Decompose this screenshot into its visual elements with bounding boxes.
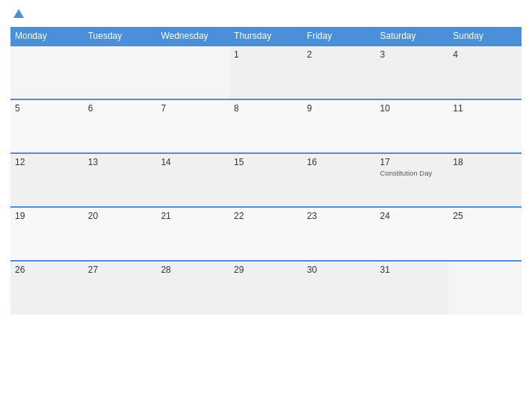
day-number: 17 xyxy=(380,157,445,167)
calendar-cell: 29 xyxy=(229,261,303,315)
day-number: 22 xyxy=(234,211,298,221)
calendar-cell: 30 xyxy=(303,261,376,315)
calendar-cell: 26 xyxy=(10,261,84,315)
calendar-cell: 23 xyxy=(303,207,376,261)
day-number: 3 xyxy=(380,49,445,60)
calendar-week-row: 121314151617Constitution Day18 xyxy=(10,153,522,207)
calendar-cell: 18 xyxy=(448,153,522,207)
day-number: 16 xyxy=(307,157,371,167)
day-number: 14 xyxy=(161,157,225,167)
calendar-cell: 24 xyxy=(376,207,449,261)
day-number: 21 xyxy=(161,211,225,221)
header-thursday: Thursday xyxy=(229,27,303,46)
calendar-cell: 10 xyxy=(376,99,449,153)
day-number: 5 xyxy=(15,103,79,114)
svg-marker-0 xyxy=(13,9,24,18)
calendar-cell: 11 xyxy=(448,99,522,153)
day-number: 13 xyxy=(88,157,152,167)
header xyxy=(10,7,522,21)
day-number: 18 xyxy=(453,157,517,167)
calendar-cell: 9 xyxy=(303,99,376,153)
calendar-cell: 13 xyxy=(84,153,157,207)
day-number: 10 xyxy=(380,103,445,114)
calendar-cell: 1 xyxy=(229,46,303,99)
day-number: 19 xyxy=(15,211,79,221)
calendar-cell: 14 xyxy=(156,153,229,207)
calendar-cell: 16 xyxy=(303,153,376,207)
header-saturday: Saturday xyxy=(376,27,449,46)
day-number: 26 xyxy=(15,265,79,275)
calendar-cell xyxy=(84,46,157,99)
day-number: 31 xyxy=(380,265,445,275)
header-friday: Friday xyxy=(303,27,376,46)
day-number: 11 xyxy=(453,103,517,114)
calendar-cell: 4 xyxy=(448,46,522,99)
day-number: 15 xyxy=(234,157,298,167)
calendar-table: Monday Tuesday Wednesday Thursday Friday… xyxy=(10,27,522,315)
calendar-cell xyxy=(448,261,522,315)
logo-icon xyxy=(12,7,25,21)
calendar-cell xyxy=(156,46,229,99)
day-number: 2 xyxy=(307,49,371,60)
day-number: 24 xyxy=(380,211,445,221)
calendar-cell: 2 xyxy=(303,46,376,99)
calendar-cell: 20 xyxy=(84,207,157,261)
day-number: 27 xyxy=(88,265,152,275)
calendar-week-row: 262728293031 xyxy=(10,261,522,315)
header-sunday: Sunday xyxy=(448,27,522,46)
calendar-cell: 12 xyxy=(10,153,84,207)
day-number: 29 xyxy=(234,265,298,275)
calendar-week-row: 1234 xyxy=(10,46,522,99)
calendar-cell: 3 xyxy=(376,46,449,99)
weekday-header-row: Monday Tuesday Wednesday Thursday Friday… xyxy=(10,27,522,46)
calendar-cell: 28 xyxy=(156,261,229,315)
day-number: 7 xyxy=(161,103,225,114)
calendar-week-row: 19202122232425 xyxy=(10,207,522,261)
logo xyxy=(10,7,25,21)
header-wednesday: Wednesday xyxy=(156,27,229,46)
header-tuesday: Tuesday xyxy=(84,27,157,46)
calendar-cell: 19 xyxy=(10,207,84,261)
day-number: 8 xyxy=(234,103,298,114)
calendar-cell: 15 xyxy=(229,153,303,207)
calendar-cell: 25 xyxy=(448,207,522,261)
day-number: 4 xyxy=(453,49,517,60)
calendar-cell: 8 xyxy=(229,99,303,153)
calendar-cell: 27 xyxy=(84,261,157,315)
calendar-cell: 31 xyxy=(376,261,449,315)
day-number: 9 xyxy=(307,103,371,114)
day-number: 25 xyxy=(453,211,517,221)
day-number: 12 xyxy=(15,157,79,167)
calendar-cell: 6 xyxy=(84,99,157,153)
day-number: 1 xyxy=(234,49,298,60)
day-event: Constitution Day xyxy=(380,169,445,178)
calendar-page: Monday Tuesday Wednesday Thursday Friday… xyxy=(0,0,532,411)
calendar-cell: 7 xyxy=(156,99,229,153)
day-number: 30 xyxy=(307,265,371,275)
calendar-cell: 21 xyxy=(156,207,229,261)
calendar-cell xyxy=(10,46,84,99)
calendar-cell: 5 xyxy=(10,99,84,153)
calendar-cell: 22 xyxy=(229,207,303,261)
day-number: 23 xyxy=(307,211,371,221)
day-number: 6 xyxy=(88,103,152,114)
day-number: 28 xyxy=(161,265,225,275)
calendar-cell: 17Constitution Day xyxy=(376,153,449,207)
header-monday: Monday xyxy=(10,27,84,46)
calendar-week-row: 567891011 xyxy=(10,99,522,153)
day-number: 20 xyxy=(88,211,152,221)
